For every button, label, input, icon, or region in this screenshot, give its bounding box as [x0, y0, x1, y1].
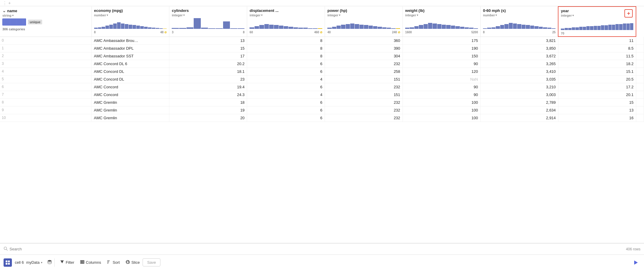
run-button[interactable] [631, 258, 640, 267]
weight-type-arrow[interactable]: ▾ [417, 14, 418, 17]
cell-cylinders: 6 [247, 83, 325, 91]
cell-year [636, 60, 644, 68]
displacement-range-edit[interactable]: ⊘ [320, 31, 322, 34]
cell-economy: 20 [169, 114, 247, 122]
table-row[interactable]: 9AMC Gremlin1962321002,63413 [0, 106, 644, 114]
cell-displacement: 232 [325, 99, 403, 106]
filter-button[interactable]: Filter [57, 258, 77, 266]
table-row[interactable]: 10AMC Gremlin2062321002,91416 [0, 114, 644, 122]
cell-year [636, 76, 644, 83]
drag-dots-icon: ⋮ [2, 0, 7, 6]
column-headers-row: ⌄ name string ▾ unique 306 categories [0, 7, 644, 37]
row-index: 10 [0, 114, 91, 121]
table-row[interactable]: 6AMC Concord19.46232903,21017.2 [0, 83, 644, 91]
table-row[interactable]: 2AMC Ambassador SST1783041503,67211.5 [0, 52, 644, 60]
cylinders-type-arrow[interactable]: ▾ [183, 14, 185, 17]
add-top-icon[interactable]: + [8, 1, 11, 5]
cell-name: AMC Concord DL [91, 68, 169, 76]
cell-cylinders: 6 [247, 99, 325, 106]
data-table-container[interactable]: ⌄ name string ▾ unique 306 categories [0, 6, 644, 243]
cell-year [636, 106, 644, 114]
col-header-displacement: displacement ... integer ▾ [247, 7, 325, 37]
cell-year [636, 83, 644, 91]
cell-acceleration: 11.5 [558, 52, 636, 60]
cell-economy: 18.1 [169, 68, 247, 76]
sort-button[interactable]: Sort [104, 258, 123, 266]
power-type-arrow[interactable]: ▾ [339, 14, 340, 17]
table-row[interactable]: 8AMC Gremlin1862321002,78915 [0, 99, 644, 106]
cell-displacement: 360 [325, 37, 403, 45]
power-range-edit[interactable]: ⊘ [398, 31, 400, 34]
row-index: 4 [0, 68, 91, 75]
cell-power: 90 [403, 83, 481, 91]
cell-economy: 19 [169, 106, 247, 114]
row-index: 7 [0, 91, 91, 98]
cell-power: NaN [403, 76, 481, 83]
cell-acceleration: 11 [558, 37, 636, 45]
table-row[interactable]: 3AMC Concord DL 620.26232903,26518.2 [0, 60, 644, 68]
cell-power: 100 [403, 99, 481, 106]
table-row[interactable]: 0AMC Ambassador Brou…1383601753,82111 [0, 37, 644, 45]
cell-name: AMC Concord DL [91, 76, 169, 83]
sort-icon [107, 260, 111, 265]
cell-power: 100 [403, 106, 481, 114]
database-icon [47, 260, 52, 265]
cell-weight: 2,914 [480, 114, 558, 122]
columns-button[interactable]: Columns [77, 258, 104, 266]
table-row[interactable]: 1AMC Ambassador DPL1583901903,8508.5 [0, 45, 644, 52]
data-table: ⌄ name string ▾ unique 306 categories [0, 6, 644, 122]
cell-year [636, 37, 644, 45]
cell-power: 90 [403, 91, 481, 99]
top-drag-bar: ⋮ + [0, 0, 644, 6]
cell-displacement: 232 [325, 106, 403, 114]
economy-type-arrow[interactable]: ▾ [107, 14, 108, 17]
cell-acceleration: 16 [558, 114, 636, 122]
svg-rect-8 [82, 260, 83, 263]
slice-icon [126, 260, 130, 265]
save-button[interactable]: Save [143, 258, 160, 266]
data-source-dropdown-icon[interactable]: ▾ [41, 261, 42, 264]
cell-year [636, 114, 644, 122]
cell-indicator [4, 258, 12, 267]
cell-year [636, 45, 644, 52]
cell-cylinders: 8 [247, 52, 325, 60]
cell-year [636, 91, 644, 99]
table-row[interactable]: 4AMC Concord DL18.162581203,41015.1 [0, 68, 644, 76]
cell-economy: 20.2 [169, 60, 247, 68]
cell-acceleration: 20.5 [558, 76, 636, 83]
cell-acceleration: 15.1 [558, 68, 636, 76]
cell-cylinders: 8 [247, 37, 325, 45]
row-index: 6 [0, 83, 91, 90]
row-index: 1 [0, 45, 91, 52]
year-type-arrow[interactable]: ▾ [572, 14, 574, 17]
col-name-label: name [7, 9, 17, 13]
economy-range-edit[interactable]: ⊘ [164, 31, 167, 34]
cylinders-histogram [172, 18, 244, 30]
cell-displacement: 151 [325, 76, 403, 83]
cell-power: 150 [403, 52, 481, 60]
cell-power: 190 [403, 45, 481, 52]
col-header-year: year integer ▾ + [558, 7, 636, 37]
displacement-type-arrow[interactable]: ▾ [261, 14, 263, 17]
svg-rect-3 [8, 260, 10, 262]
cell-weight: 2,634 [480, 106, 558, 114]
search-input[interactable] [10, 247, 69, 251]
cell-weight: 3,035 [480, 76, 558, 83]
economy-histogram [94, 18, 167, 30]
accel-range: 8 25 [483, 31, 555, 34]
cell-economy: 19.4 [169, 83, 247, 91]
data-source-selector[interactable]: myData ▾ [26, 260, 42, 265]
year-histogram [561, 19, 633, 31]
table-row[interactable]: 5AMC Concord DL234151NaN3,03520.5 [0, 76, 644, 83]
add-column-button[interactable]: + [624, 9, 633, 18]
type-dropdown-icon[interactable]: ▾ [12, 14, 14, 17]
collapse-icon[interactable]: ⌄ [2, 8, 6, 13]
accel-type-arrow[interactable]: ▾ [495, 14, 497, 17]
row-index: 2 [0, 52, 91, 59]
slice-button[interactable]: Slice [123, 258, 143, 266]
filter-icon [60, 260, 64, 265]
table-row[interactable]: 7AMC Concord24.34151903,00320.1 [0, 91, 644, 99]
svg-line-1 [7, 249, 8, 251]
cell-displacement: 232 [325, 60, 403, 68]
cell-economy: 23 [169, 76, 247, 83]
